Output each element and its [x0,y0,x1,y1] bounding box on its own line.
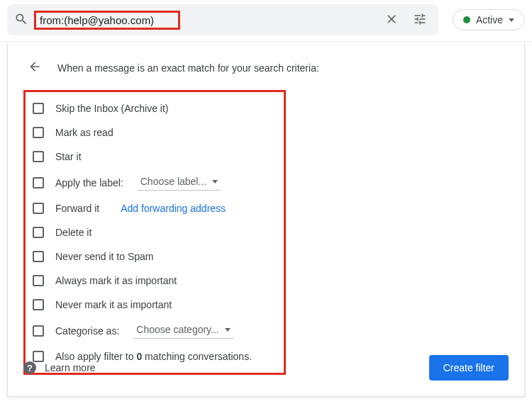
back-button[interactable] [23,55,46,80]
tune-icon [413,12,427,28]
panel-header: When a message is an exact match for you… [23,55,509,80]
chevron-down-icon [212,180,218,184]
arrow-back-icon [28,60,42,76]
help-icon: ? [23,361,36,374]
learn-more-link[interactable]: ? Learn more [23,361,96,374]
action-label: Delete it [55,227,92,238]
category-dropdown[interactable]: Choose category... [133,322,233,339]
action-label: Skip the Inbox (Archive it) [55,103,169,114]
dropdown-value: Choose label... [140,176,206,187]
search-input[interactable] [40,14,174,26]
action-label: Never mark it as important [55,299,172,310]
clear-search-button[interactable] [380,8,403,33]
learn-more-label: Learn more [45,362,96,373]
top-bar: Active [0,0,532,35]
search-bar [7,4,438,35]
filter-actions-panel: When a message is an exact match for you… [7,43,525,397]
divider [0,41,532,42]
action-forward: Forward it Add forwarding address [30,196,277,220]
chevron-down-icon [509,18,514,22]
close-icon [384,12,399,28]
dropdown-value: Choose category... [136,324,218,335]
status-dot-icon [463,16,470,23]
action-never-spam: Never send it to Spam [30,244,277,269]
action-label: Never send it to Spam [55,251,154,262]
action-star: Star it [30,145,277,169]
checkbox-never-important[interactable] [33,299,44,310]
action-mark-important: Always mark it as important [30,269,277,293]
checkbox-delete[interactable] [33,227,44,238]
checkbox-forward[interactable] [33,203,44,214]
action-label: Always mark it as important [55,275,177,286]
action-label: Star it [55,151,82,162]
search-input-wrapper [34,11,375,30]
action-label: Forward it [55,203,99,214]
checkbox-star[interactable] [33,151,44,162]
action-apply-label: Apply the label: Choose label... [30,169,277,196]
panel-header-text: When a message is an exact match for you… [57,62,319,74]
action-label: Apply the label: [55,177,123,188]
checkbox-categorise[interactable] [33,325,44,337]
checkbox-mark-read[interactable] [33,127,44,138]
create-filter-button[interactable]: Create filter [429,355,509,381]
search-options-button[interactable] [409,8,431,33]
action-label: Categorise as: [55,325,119,337]
panel-footer: ? Learn more Create filter [23,355,509,381]
label-dropdown[interactable]: Choose label... [138,174,221,191]
chevron-down-icon [225,328,231,332]
action-categorise: Categorise as: Choose category... [30,317,277,344]
action-label: Mark as read [55,127,113,138]
annotation-highlight-actions: Skip the Inbox (Archive it) Mark as read… [23,90,286,375]
checkbox-mark-important[interactable] [33,275,44,286]
search-icon[interactable] [14,12,28,28]
action-mark-read: Mark as read [30,120,277,145]
checkbox-apply-label[interactable] [33,177,44,188]
status-label: Active [476,14,503,26]
action-skip-inbox: Skip the Inbox (Archive it) [30,96,277,120]
checkbox-never-spam[interactable] [33,251,44,262]
action-delete: Delete it [30,220,277,244]
checkbox-skip-inbox[interactable] [33,103,44,114]
add-forwarding-link[interactable]: Add forwarding address [121,203,226,214]
action-never-important: Never mark it as important [30,293,277,317]
annotation-highlight-search [34,11,180,30]
status-filter-pill[interactable]: Active [453,9,525,30]
